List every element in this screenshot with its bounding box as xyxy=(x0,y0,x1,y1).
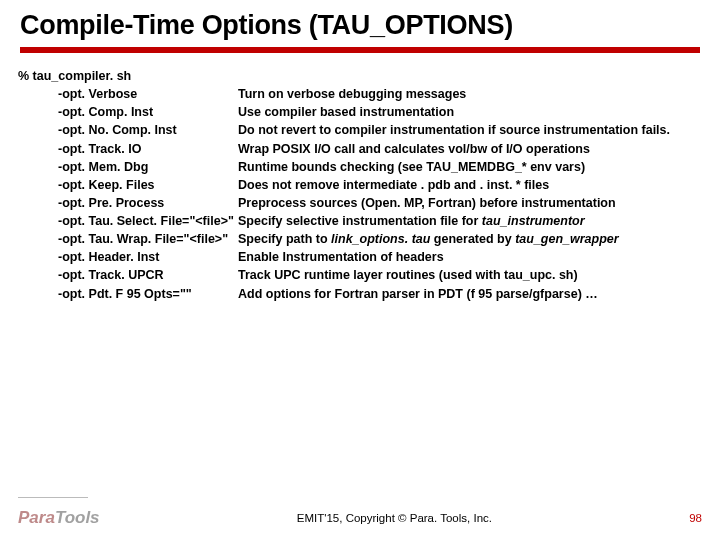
logo-tools-text: Tools xyxy=(55,508,100,528)
option-desc: Do not revert to compiler instrumentatio… xyxy=(238,121,702,139)
option-flag: -opt. Track. IO xyxy=(58,140,238,158)
logo-para-text: Para xyxy=(18,508,55,528)
option-flag: -opt. Comp. Inst xyxy=(58,103,238,121)
option-flag: -opt. No. Comp. Inst xyxy=(58,121,238,139)
paratools-logo: ParaTools xyxy=(18,508,100,528)
content-area: % tau_compiler. sh -opt. Verbose Turn on… xyxy=(0,53,720,303)
option-flag: -opt. Track. UPCR xyxy=(58,266,238,284)
slide: Compile-Time Options (TAU_OPTIONS) % tau… xyxy=(0,0,720,540)
option-row: -opt. No. Comp. Inst Do not revert to co… xyxy=(18,121,702,139)
title-area: Compile-Time Options (TAU_OPTIONS) xyxy=(0,0,720,53)
option-desc: Preprocess sources (Open. MP, Fortran) b… xyxy=(238,194,702,212)
option-flag: -opt. Tau. Wrap. File="<file>" xyxy=(58,230,238,248)
option-row: -opt. Keep. Files Does not remove interm… xyxy=(18,176,702,194)
option-desc: Enable Instrumentation of headers xyxy=(238,248,702,266)
option-row: -opt. Tau. Wrap. File="<file>" Specify p… xyxy=(18,230,702,248)
option-desc: Use compiler based instrumentation xyxy=(238,103,702,121)
option-row: -opt. Pre. Process Preprocess sources (O… xyxy=(18,194,702,212)
option-row: -opt. Comp. Inst Use compiler based inst… xyxy=(18,103,702,121)
option-flag: -opt. Keep. Files xyxy=(58,176,238,194)
option-desc: Add options for Fortran parser in PDT (f… xyxy=(238,285,702,303)
option-desc: Does not remove intermediate . pdb and .… xyxy=(238,176,702,194)
option-flag: -opt. Pdt. F 95 Opts="" xyxy=(58,285,238,303)
slide-title: Compile-Time Options (TAU_OPTIONS) xyxy=(20,10,700,41)
option-flag: -opt. Header. Inst xyxy=(58,248,238,266)
logo-divider xyxy=(18,497,88,498)
footer: ParaTools EMIT'15, Copyright © Para. Too… xyxy=(0,508,720,528)
option-row: -opt. Track. UPCR Track UPC runtime laye… xyxy=(18,266,702,284)
option-flag: -opt. Tau. Select. File="<file>" xyxy=(58,212,238,230)
option-flag: -opt. Verbose xyxy=(58,85,238,103)
option-flag: -opt. Mem. Dbg xyxy=(58,158,238,176)
option-desc: Specify path to link_options. tau genera… xyxy=(238,230,702,248)
option-row: -opt. Verbose Turn on verbose debugging … xyxy=(18,85,702,103)
option-desc: Specify selective instrumentation file f… xyxy=(238,212,702,230)
option-row: -opt. Track. IO Wrap POSIX I/O call and … xyxy=(18,140,702,158)
option-desc: Wrap POSIX I/O call and calculates vol/b… xyxy=(238,140,702,158)
option-row: -opt. Header. Inst Enable Instrumentatio… xyxy=(18,248,702,266)
option-row: -opt. Pdt. F 95 Opts="" Add options for … xyxy=(18,285,702,303)
command-line: % tau_compiler. sh xyxy=(18,67,702,85)
option-row: -opt. Tau. Select. File="<file>" Specify… xyxy=(18,212,702,230)
page-number: 98 xyxy=(689,512,702,524)
option-flag: -opt. Pre. Process xyxy=(58,194,238,212)
option-desc: Turn on verbose debugging messages xyxy=(238,85,702,103)
option-desc: Track UPC runtime layer routines (used w… xyxy=(238,266,702,284)
option-row: -opt. Mem. Dbg Runtime bounds checking (… xyxy=(18,158,702,176)
option-desc: Runtime bounds checking (see TAU_MEMDBG_… xyxy=(238,158,702,176)
copyright-text: EMIT'15, Copyright © Para. Tools, Inc. xyxy=(100,512,690,524)
